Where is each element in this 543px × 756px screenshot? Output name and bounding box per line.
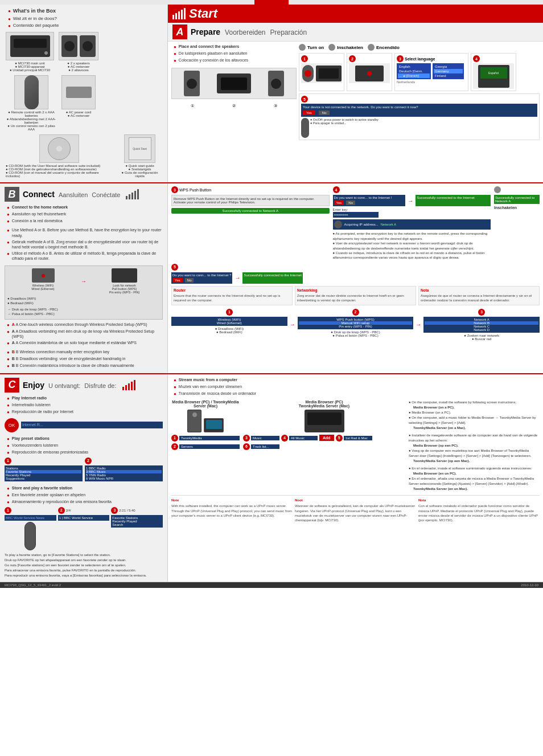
network-a-label: Network A xyxy=(381,223,396,226)
c-store-step2: 2 2/4 1 | BBC World Service xyxy=(58,507,110,550)
c-store-step2-header: 2 2/4 xyxy=(58,507,110,514)
step1-device xyxy=(316,66,342,81)
product-main-unit: ● MCI730 main unit ● MCI730-apparaat ● U… xyxy=(6,32,54,72)
b-step5-content: Do you want to conn... to the Internet ?… xyxy=(171,272,540,284)
footer-bar: MCI730_QSG_12_5_93461_2.indd 2 2010-12-3… xyxy=(0,582,543,588)
instruct-en-3: On the computer, add a music folder to M… xyxy=(409,416,536,424)
instruct-en-twonky: TwonkyMedia Server (on a Mac). xyxy=(409,426,540,431)
country-fi: Finland xyxy=(434,73,463,78)
b-internet-dialog1: Do you want to conn... to the Internet !… xyxy=(333,195,406,206)
b-net-step1-circle: 1 xyxy=(226,309,233,316)
method-a-bullet-es: ● A A Conexión inalámbrica de un solo to… xyxy=(5,340,163,346)
no-internet[interactable]: No xyxy=(346,201,355,205)
c-stream-en: ● Stream music from a computer xyxy=(171,377,540,383)
add-btn-shape[interactable]: Add xyxy=(319,435,334,441)
section-c-left: C Enjoy U ontvangt: Disfrute de: ● Play … xyxy=(0,374,168,582)
label-remote-es: Un control remoto con 2 pilas AAA xyxy=(11,124,55,131)
fav-tip-nl-fav: Druk op FAVORITE op het afspeelapparaat … xyxy=(5,558,163,563)
section-a-left: ● Place and connect the speakers ● De lu… xyxy=(171,44,297,140)
place-es-text: Colocación y conexión de los altavoces xyxy=(179,58,248,63)
lang-de: Deutsch [Germ. xyxy=(398,69,430,73)
b-network-steps: 1 Wireless (WiFi) Wired (Ethernet) ● Dra… xyxy=(171,309,540,341)
b-step5-header: 5 xyxy=(171,264,540,271)
lang-screen-1: English Deutsch [Germ. ... ai [French] xyxy=(397,63,431,79)
c-playing-screen: BBC World Service News xyxy=(5,515,56,521)
network-dialog-buttons: Yes No xyxy=(303,111,536,115)
pc-disc xyxy=(192,412,197,417)
b-step-3: 3 WPS Push Button Remove WPS Push Button… xyxy=(171,186,330,260)
a-step-4: 4 Español xyxy=(471,53,516,91)
yes-internet[interactable]: Yes xyxy=(334,201,344,205)
a-step-1: 1 xyxy=(299,53,344,91)
acquiring-indicator xyxy=(334,220,342,228)
note-networking: Networking Zorg ervoor dat de router dir… xyxy=(295,286,416,305)
no-btn[interactable]: No xyxy=(319,111,330,115)
diagram-speaker-right xyxy=(268,71,284,96)
start-header-bar: Start xyxy=(168,5,543,23)
ok-button[interactable]: OK xyxy=(5,418,19,432)
netherlands-indicator: Netherlands xyxy=(397,80,466,84)
c-title-nl: U ontvangt: xyxy=(48,382,80,389)
method-a-labels: ● Draadloos (WiFi) ● Bedraad (WiFi) xyxy=(7,296,160,306)
c-store-step3-header: 3 2:21 / 5:40 xyxy=(111,507,163,514)
step5-remote-instruction: ● On/Off: press power to switch to activ… xyxy=(301,118,537,138)
c-instruct-en: ● On the computer, install the software … xyxy=(409,400,540,431)
section-b-titles: Connect Aansluiten Conéctate xyxy=(23,190,120,199)
speaker-labels: ● 2 x speakers ● AC-netsnoer ● 2 altavoc… xyxy=(67,62,89,72)
witb-title-en-text: What's in the Box xyxy=(13,8,56,15)
c-preset-en: ● Play preset stations xyxy=(5,436,163,442)
arrow-net2: → xyxy=(416,309,421,341)
b-bullet-nl-text: Aansluiten op het thuisnetwerk xyxy=(12,211,66,216)
note-es-title: Nota xyxy=(418,498,540,502)
place-speakers-en: ● Place and connect the speakers xyxy=(171,44,297,50)
method-b-es-text: B B Conexión malámbirca introduce la cla… xyxy=(12,363,134,368)
turnon-es-text: Encendido xyxy=(376,45,400,50)
diag-step-2: ② xyxy=(232,104,236,108)
c-mci-step3-circle: 3 xyxy=(243,435,250,442)
lang-en: English xyxy=(398,64,430,69)
b-notes-row: Router Ensure that the router connects t… xyxy=(171,286,540,305)
turnon-en: Turn on xyxy=(299,44,324,51)
step5-net-name: 1st Rad & Mac xyxy=(345,436,371,440)
note-router-title: Router xyxy=(174,288,290,292)
c-preset-es: ● Reproducción de emisoras presintonizad… xyxy=(5,449,163,455)
start-title: Start xyxy=(189,6,217,21)
note-nl-body: Wanneer de software is geïnstalleerd, ka… xyxy=(295,504,416,523)
turnon-es: Encendido xyxy=(368,44,400,51)
b-step3-desc: WPS Push Button xyxy=(179,188,211,192)
mci-screen-area xyxy=(307,412,342,425)
internet-btns: Yes No xyxy=(334,201,405,205)
step2-circle: 2 xyxy=(349,55,356,62)
c-stations-list: Stations Favorite Stations Recently Play… xyxy=(5,465,83,481)
b-wps-screen: WPS Push button (WPS) Manual WiFi setup … xyxy=(298,317,414,329)
section-c-letter: C xyxy=(5,378,19,393)
cdrom-labels: ● CD-ROM (with the User Manual and softw… xyxy=(6,164,112,178)
c-mci-step3: 3 Music xyxy=(243,435,279,442)
net-d: Network D xyxy=(425,328,538,332)
b-step3-header: 3 WPS Push Button xyxy=(171,186,330,193)
step3-circle: 3 xyxy=(397,55,404,62)
c-bottom-notes: Note With this software installed, the c… xyxy=(171,495,540,523)
yes-internet2[interactable]: Yes xyxy=(172,278,183,283)
bullet-icon-2: ● xyxy=(8,17,11,22)
note-router-es-title: Nota xyxy=(421,288,537,292)
method-a-b-icons: Wireless (WiFi)Wired (Ethernet) → Look f… xyxy=(7,268,160,294)
yes-btn[interactable]: Yes xyxy=(303,111,315,115)
product-quickstart: Quick Start ● Quick start guide ● Snelst… xyxy=(117,134,163,178)
cdrom-image xyxy=(39,134,79,163)
turnon-en-text: Turn on xyxy=(307,45,324,50)
method-b-bullet-nl: ● B B Draadloos verbinding: voer de encr… xyxy=(5,356,163,362)
section-c-header: C Enjoy U ontvangt: Disfrute de: xyxy=(5,378,163,393)
c-preset-en-text: Play preset stations xyxy=(12,436,50,441)
remote-shape xyxy=(24,75,39,109)
step3-screens: English Deutsch [Germ. ... ai [French] G… xyxy=(397,63,466,79)
section-c-right: ● Stream music from a computer ● Muziek … xyxy=(168,374,543,582)
bullet-place-nl: ● xyxy=(174,51,176,56)
step3-label: Select language xyxy=(405,57,435,61)
b-net-step1: 1 Wireless (WiFi) Wired (Ethernet) ● Dra… xyxy=(171,309,287,341)
buscar-net: Buscar red xyxy=(475,337,491,341)
no-internet2[interactable]: No xyxy=(185,278,194,283)
quickstart-image: Quick Start xyxy=(124,134,155,163)
products-row1: ● MCI730 main unit ● MCI730-apparaat ● U… xyxy=(6,32,163,72)
section-b-letter: B xyxy=(5,187,19,202)
